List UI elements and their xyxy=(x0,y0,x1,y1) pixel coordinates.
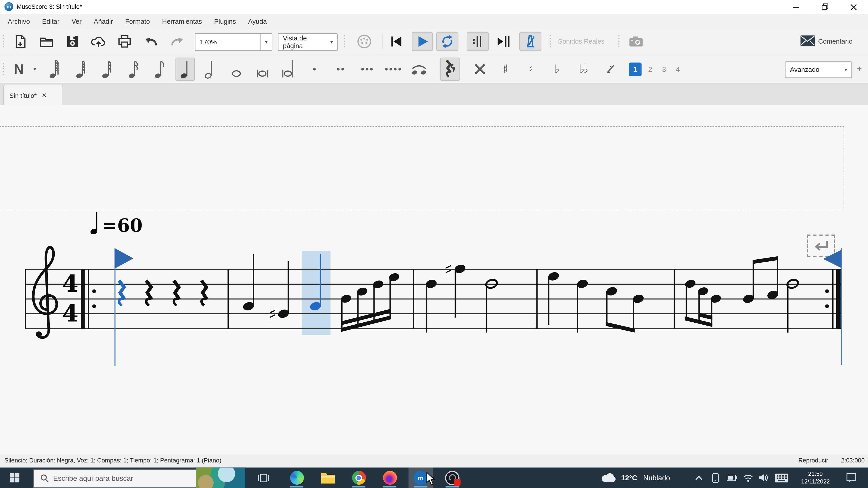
save-button[interactable] xyxy=(63,32,82,51)
open-file-button[interactable] xyxy=(37,32,56,51)
tray-volume-icon[interactable] xyxy=(756,467,771,488)
title-frame-dashed[interactable] xyxy=(0,126,844,210)
note-quarter[interactable] xyxy=(242,254,255,312)
voice-2-button[interactable]: 2 xyxy=(644,63,656,76)
weather-cloud-icon[interactable] xyxy=(601,471,617,483)
note-quarter-sharp[interactable]: ♯ xyxy=(444,259,467,318)
rest-button-selected[interactable] xyxy=(440,58,460,81)
toolbar-grip[interactable] xyxy=(549,34,551,49)
sonidos-reales-button[interactable]: Sonidos Reales xyxy=(558,38,604,45)
menu-anadir[interactable]: Añadir xyxy=(88,18,119,25)
music-score[interactable]: =60 4 4 xyxy=(0,210,868,377)
grace-note-button[interactable]: ♪ xyxy=(601,58,620,81)
note-half[interactable] xyxy=(786,278,799,332)
rewind-button[interactable] xyxy=(387,32,406,51)
duration-64th-button[interactable] xyxy=(72,58,91,81)
natural-button[interactable]: ♮ xyxy=(522,58,540,81)
duration-whole-button[interactable] xyxy=(227,58,246,81)
taskbar-clock[interactable]: 21:59 12/11/2022 xyxy=(796,470,835,485)
menu-editar[interactable]: Editar xyxy=(37,18,65,25)
restore-button[interactable] xyxy=(816,2,833,12)
chrome-icon[interactable] xyxy=(346,467,371,488)
toolbar-grip[interactable] xyxy=(618,34,620,49)
double-sharp-button[interactable] xyxy=(471,58,489,81)
duration-longa-button[interactable] xyxy=(279,58,298,81)
tab-sin-titulo[interactable]: Sin título* ✕ xyxy=(3,85,63,106)
augmentation-dot-button[interactable] xyxy=(305,58,324,81)
duration-quarter-button-selected[interactable] xyxy=(176,58,195,81)
double-flat-button[interactable]: ♭♭ xyxy=(574,58,592,81)
duration-breve-button[interactable] xyxy=(253,58,272,81)
menu-ver[interactable]: Ver xyxy=(66,18,87,25)
tempo-marking[interactable]: =60 xyxy=(90,212,143,236)
tray-phone-icon[interactable] xyxy=(708,467,723,488)
sharp-button[interactable]: ♯ xyxy=(496,58,515,81)
treble-clef[interactable] xyxy=(33,247,57,337)
note-quarter[interactable] xyxy=(547,271,560,325)
tray-battery-icon[interactable] xyxy=(724,467,740,488)
taskbar-search-input[interactable]: Escribe aquí para buscar xyxy=(33,469,196,488)
menu-formato[interactable]: Formato xyxy=(120,18,155,25)
tray-touch-keyboard-icon[interactable] xyxy=(772,467,792,488)
quarter-rest[interactable] xyxy=(146,281,152,305)
file-explorer-icon[interactable] xyxy=(315,467,340,488)
menu-archivo[interactable]: Archivo xyxy=(2,18,35,25)
start-button[interactable] xyxy=(2,467,27,488)
feedback-envelope-icon[interactable] xyxy=(800,35,815,46)
zoom-combobox[interactable]: 170% ▼ xyxy=(195,33,272,51)
quarter-rest-selected[interactable] xyxy=(119,281,125,305)
voice-4-button[interactable]: 4 xyxy=(672,63,684,76)
beamed-eighth-sixteenth-group[interactable] xyxy=(684,279,722,327)
note-quarter[interactable] xyxy=(425,278,438,332)
beamed-eighth-pair[interactable] xyxy=(605,286,645,332)
note-quarter-sharp[interactable]: ♯ xyxy=(268,261,290,324)
note-input-mode-button[interactable]: N xyxy=(9,58,29,81)
edge-icon[interactable] xyxy=(285,467,309,488)
weather-temp[interactable]: 12°C xyxy=(621,474,637,482)
toolbar-grip[interactable] xyxy=(2,34,4,49)
menu-plugins[interactable]: Plugins xyxy=(209,18,241,25)
duration-32nd-button[interactable] xyxy=(98,58,117,81)
new-score-button[interactable] xyxy=(11,32,30,51)
note-input-dropdown-arrow[interactable]: ▼ xyxy=(30,58,40,81)
duration-128th-button[interactable] xyxy=(45,58,64,81)
time-signature[interactable]: 4 4 xyxy=(62,270,79,327)
firefox-icon[interactable] xyxy=(377,467,402,488)
quadruple-augmentation-dot-button[interactable] xyxy=(383,58,402,81)
action-center-icon[interactable] xyxy=(840,467,863,488)
print-button[interactable] xyxy=(115,32,134,51)
midi-input-icon[interactable] xyxy=(355,32,374,51)
pan-playback-button[interactable] xyxy=(494,32,513,51)
comment-button[interactable]: Comentario xyxy=(818,38,852,45)
task-view-button[interactable] xyxy=(251,467,276,488)
play-repeats-button[interactable] xyxy=(467,32,489,51)
redo-button[interactable] xyxy=(168,32,186,51)
tray-network-icon[interactable] xyxy=(740,467,756,488)
quarter-rest[interactable] xyxy=(202,281,207,305)
beamed-eighth-pair-high-beam[interactable] xyxy=(742,256,779,304)
minimize-button[interactable] xyxy=(788,2,804,12)
note-half[interactable] xyxy=(485,278,498,332)
menu-ayuda[interactable]: Ayuda xyxy=(243,18,272,25)
loop-playback-button[interactable] xyxy=(436,32,458,51)
triple-augmentation-dot-button[interactable] xyxy=(358,58,376,81)
view-mode-combobox[interactable]: Vista de página ▼ xyxy=(278,33,338,51)
tie-button[interactable] xyxy=(410,58,428,81)
workspace-combobox[interactable]: Avanzado ▼ xyxy=(785,61,852,78)
duration-half-button[interactable] xyxy=(200,58,219,81)
menu-herramientas[interactable]: Herramientas xyxy=(156,18,207,25)
double-augmentation-dot-button[interactable] xyxy=(331,58,350,81)
add-workspace-button[interactable]: + xyxy=(857,64,862,73)
metronome-button[interactable] xyxy=(519,32,541,51)
image-capture-camera-icon[interactable] xyxy=(627,32,645,51)
play-button[interactable] xyxy=(412,32,433,51)
zoom-dropdown-arrow[interactable]: ▼ xyxy=(260,34,272,50)
weather-desc[interactable]: Nublado xyxy=(643,474,670,482)
note-quarter[interactable] xyxy=(576,278,589,332)
toolbar-grip[interactable] xyxy=(2,62,4,76)
quarter-rest[interactable] xyxy=(174,281,179,305)
tab-close-icon[interactable]: ✕ xyxy=(41,92,47,99)
news-widget-thumbnail[interactable] xyxy=(196,467,245,488)
beamed-sixteenth-group[interactable] xyxy=(340,272,400,332)
tray-chevron-icon[interactable] xyxy=(691,467,706,488)
